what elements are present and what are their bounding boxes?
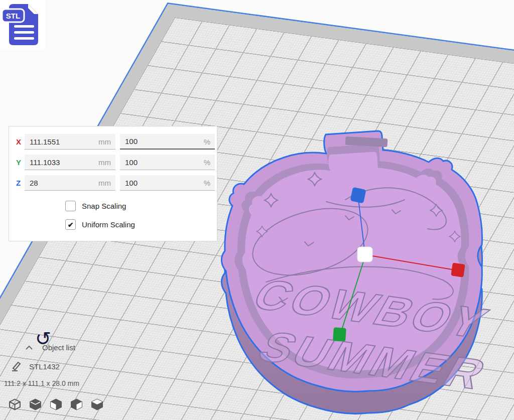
view-front-icon[interactable]: [29, 398, 42, 411]
viewport: COWBOY SUMMER STL X: [0, 0, 514, 420]
scale-tool-panel: X mm % Y mm % Z mm: [9, 126, 217, 241]
scale-row-y: Y mm %: [9, 155, 217, 170]
axis-x-label: X: [16, 137, 21, 146]
x-mm-input[interactable]: [25, 134, 115, 149]
x-percent-field-wrap: %: [120, 134, 215, 150]
view-right-icon[interactable]: [91, 398, 103, 411]
z-mm-field-wrap: mm: [25, 175, 115, 191]
snap-scaling-label: Snap Scaling: [82, 202, 126, 210]
object-item-name: STL1432: [29, 362, 60, 371]
chevron-up-icon: [25, 345, 33, 350]
x-mm-field-wrap: mm: [25, 134, 115, 150]
object-dimensions: 111.2 x 111.1 x 28.0 mm: [4, 379, 79, 387]
axis-y-label: Y: [16, 158, 21, 167]
y-mm-field-wrap: mm: [25, 155, 115, 170]
stl-file-tile[interactable]: STL: [0, 0, 45, 49]
scale-row-x: X mm %: [9, 134, 217, 150]
x-percent-input[interactable]: [120, 134, 215, 149]
uniform-check-glyph: ✔: [68, 221, 74, 229]
y-percent-input[interactable]: [120, 155, 215, 170]
svg-text:STL: STL: [6, 12, 20, 20]
snap-scaling-row: Snap Scaling: [65, 201, 126, 211]
y-percent-field-wrap: %: [120, 155, 215, 170]
object-list-title: Object list: [42, 343, 75, 352]
view-toolbar: [9, 398, 103, 411]
z-mm-input[interactable]: [25, 175, 115, 190]
scale-row-z: Z mm %: [9, 175, 217, 191]
scale-handle-center[interactable]: [357, 247, 372, 262]
stl-file-icon: STL: [2, 1, 43, 47]
view-3d-icon[interactable]: [9, 398, 21, 411]
object-list-header[interactable]: Object list: [25, 343, 75, 352]
view-top-icon[interactable]: [50, 398, 62, 411]
scale-handle-y[interactable]: [333, 327, 346, 342]
z-percent-input[interactable]: [120, 175, 215, 190]
edit-pencil-icon: [11, 361, 22, 372]
model-3d[interactable]: COWBOY SUMMER: [203, 124, 500, 416]
axis-z-label: Z: [16, 179, 21, 187]
scale-handle-x[interactable]: [451, 262, 465, 277]
z-percent-field-wrap: %: [120, 175, 215, 191]
scale-handle-z[interactable]: [350, 187, 366, 204]
y-mm-input[interactable]: [25, 155, 115, 170]
object-list-item[interactable]: STL1432: [11, 361, 60, 372]
view-left-icon[interactable]: [70, 398, 83, 411]
uniform-scaling-row: ✔ Uniform Scaling: [65, 219, 135, 230]
uniform-scaling-checkbox[interactable]: ✔: [65, 219, 76, 230]
uniform-scaling-label: Uniform Scaling: [82, 220, 135, 229]
snap-scaling-checkbox[interactable]: [65, 201, 76, 211]
